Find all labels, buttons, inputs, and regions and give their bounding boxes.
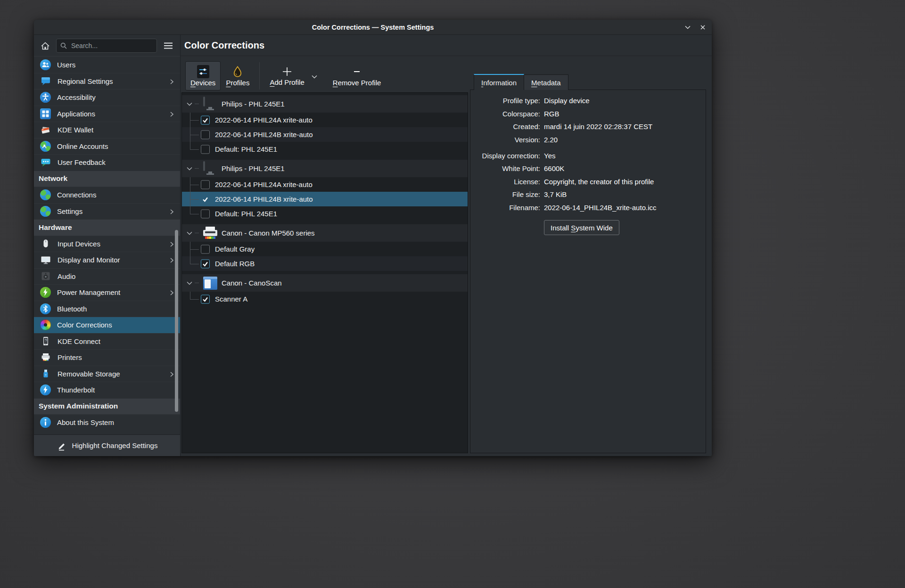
plus-icon — [281, 65, 293, 78]
profile-label: Default: PHL 245E1 — [215, 145, 277, 153]
highlight-changed-settings-button[interactable]: Highlight Changed Settings — [34, 434, 180, 456]
sidebar-item-online-accounts[interactable]: Online Accounts — [34, 138, 180, 155]
sidebar-item-kde-connect[interactable]: KDE Connect — [34, 333, 180, 350]
profile-checkbox[interactable] — [201, 209, 210, 218]
search-input[interactable] — [56, 39, 157, 53]
hamburger-menu-button[interactable] — [161, 39, 175, 53]
profile-row[interactable]: Default RGB — [182, 256, 468, 271]
home-icon — [40, 41, 50, 51]
sidebar-item-removable-storage[interactable]: Removable Storage — [34, 366, 180, 382]
monitor-icon — [203, 98, 217, 110]
profile-checkbox[interactable] — [201, 294, 210, 303]
sidebar-item-label: Removable Storage — [58, 370, 120, 378]
checkmark-icon — [202, 296, 208, 302]
phone-icon — [40, 335, 51, 347]
globe-icon — [40, 189, 51, 200]
window-title: Color Corrections — System Settings — [312, 24, 434, 31]
profile-checkbox[interactable] — [201, 245, 210, 253]
expander-chevron-down-icon[interactable] — [187, 102, 192, 106]
device-row[interactable]: Philips - PHL 245E1 — [182, 160, 468, 177]
tab-metadata[interactable]: Metadata — [524, 74, 568, 90]
info-value: mardi 14 juin 2022 02:28:37 CEST — [544, 122, 698, 131]
device-row[interactable]: Canon - Canon MP560 series — [182, 224, 468, 242]
profile-information-panel: Profile type: Display device Colorspace:… — [470, 90, 706, 453]
add-profile-dropdown-button[interactable] — [312, 74, 317, 79]
sidebar-item-kde-wallet[interactable]: KDE Wallet — [34, 122, 180, 138]
info-icon — [40, 417, 51, 428]
profile-checkbox[interactable] — [201, 115, 210, 124]
info-value: RGB — [544, 110, 698, 118]
install-system-wide-button[interactable]: Install System Wide — [544, 220, 619, 235]
close-window-button[interactable] — [699, 24, 706, 31]
sidebar-item-network-settings[interactable]: Settings — [34, 203, 180, 220]
sidebar-item-label: Printers — [58, 353, 82, 361]
expander-chevron-down-icon[interactable] — [187, 166, 192, 171]
info-value: 3,7 KiB — [544, 190, 698, 198]
expander-chevron-down-icon[interactable] — [187, 231, 192, 236]
info-row: Created: mardi 14 juin 2022 02:28:37 CES… — [475, 122, 698, 131]
info-label: Filename: — [475, 204, 540, 212]
sidebar-item-input-devices[interactable]: Input Devices — [34, 236, 180, 252]
sidebar-item-connections[interactable]: Connections — [34, 187, 180, 203]
profile-checkbox[interactable] — [201, 145, 210, 154]
profile-checkbox[interactable] — [201, 259, 210, 268]
footer-label: Highlight Changed Settings — [72, 441, 158, 449]
tree-branch — [195, 233, 199, 233]
shade-window-button[interactable] — [684, 24, 691, 31]
profile-row[interactable]: 2022-06-14 PHIL24A xrite-auto — [182, 113, 468, 127]
device-row[interactable]: Philips - PHL 245E1 — [182, 95, 468, 113]
sidebar-item-user-feedback[interactable]: User Feedback — [34, 154, 180, 171]
sidebar-section-network: Network — [34, 171, 180, 187]
search-icon — [60, 42, 67, 49]
sidebar-item-label: Settings — [57, 207, 82, 215]
sidebar-scrollbar[interactable] — [175, 230, 178, 412]
profiles-button[interactable]: Profiles — [221, 61, 255, 90]
info-value: 6600K — [544, 164, 698, 172]
add-profile-button[interactable]: Add Profile — [264, 61, 309, 90]
remove-profile-button-label: Remove Profile — [333, 79, 381, 87]
profile-row[interactable]: Default: PHL 245E1 — [182, 206, 468, 221]
sidebar-item-power-management[interactable]: Power Management — [34, 284, 180, 301]
profile-checkbox[interactable] — [201, 180, 210, 189]
device-label: Philips - PHL 245E1 — [222, 100, 285, 108]
info-value: Display device — [544, 97, 698, 105]
profile-row[interactable]: 2022-06-14 PHIL24B xrite-auto — [182, 127, 468, 142]
sidebar-item-regional-settings[interactable]: Regional Settings — [34, 73, 180, 90]
chevron-right-icon — [169, 209, 175, 215]
devices-button[interactable]: Devices — [185, 61, 221, 90]
sidebar-item-users[interactable]: Users — [34, 57, 180, 73]
remove-profile-button[interactable]: Remove Profile — [328, 61, 387, 90]
sidebar-item-about-this-system[interactable]: About this System — [34, 414, 180, 431]
profile-row[interactable]: 2022-06-14 PHIL24A xrite-auto — [182, 177, 468, 192]
profile-row[interactable]: Default: PHL 245E1 — [182, 142, 468, 156]
info-label: License: — [475, 178, 540, 186]
sidebar-item-display-and-monitor[interactable]: Display and Monitor — [34, 252, 180, 268]
device-tree: Philips - PHL 245E1 2022-06-14 PHIL24A x… — [181, 92, 468, 453]
sidebar-item-accessibility[interactable]: Accessibility — [34, 89, 180, 106]
sidebar-item-thunderbolt[interactable]: Thunderbolt — [34, 382, 180, 398]
profile-checkbox[interactable] — [201, 195, 210, 204]
sidebar-item-printers[interactable]: Printers — [34, 349, 180, 366]
profile-row-selected[interactable]: 2022-06-14 PHIL24B xrite-auto — [182, 192, 468, 206]
tree-branch — [195, 283, 199, 283]
checkmark-icon — [202, 196, 208, 202]
info-row: Version: 2.20 — [475, 136, 698, 144]
sidebar-item-audio[interactable]: Audio — [34, 268, 180, 285]
toolbar: Devices Profiles Add Profile — [185, 61, 386, 90]
titlebar[interactable]: Color Corrections — System Settings — [34, 20, 712, 35]
sidebar-item-color-corrections[interactable]: Color Corrections — [34, 317, 180, 333]
minus-icon — [351, 65, 363, 78]
profile-row[interactable]: Default Gray — [182, 242, 468, 256]
profile-checkbox[interactable] — [201, 130, 210, 139]
profile-row[interactable]: Scanner A — [182, 292, 468, 306]
device-row[interactable]: Canon - CanoScan — [182, 274, 468, 292]
home-button[interactable] — [39, 39, 52, 52]
speech-bubble-icon — [40, 75, 51, 87]
expander-chevron-down-icon[interactable] — [187, 281, 192, 286]
sidebar-item-bluetooth[interactable]: Bluetooth — [34, 301, 180, 317]
sidebar-list: Users Regional Settings Accessibility — [34, 57, 180, 431]
tab-information[interactable]: Information — [474, 74, 524, 90]
sidebar-item-applications[interactable]: Applications — [34, 106, 180, 122]
devices-button-label: Devices — [190, 79, 215, 87]
info-row: Filename: 2022-06-14_PHIL24B_xrite-auto.… — [475, 204, 698, 212]
